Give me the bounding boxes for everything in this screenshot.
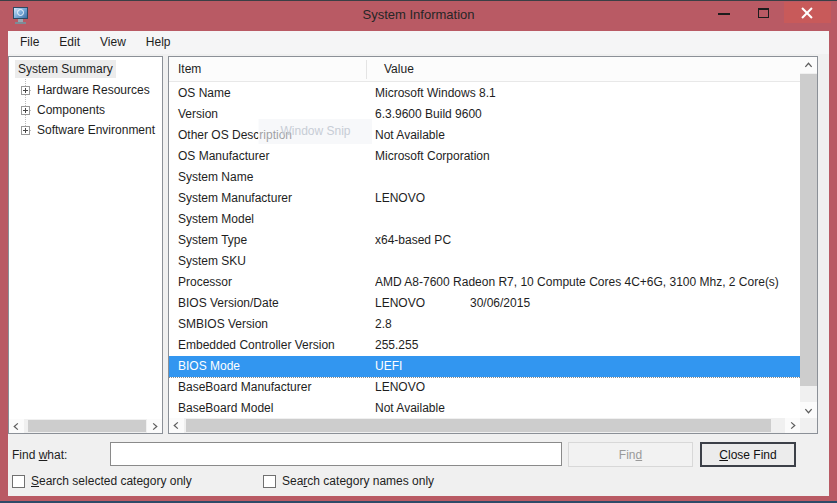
- column-header-value[interactable]: Value: [375, 57, 414, 81]
- column-header-item[interactable]: Item: [169, 57, 375, 81]
- row-value-cell: x64-based PC: [375, 230, 800, 251]
- chevron-left-icon[interactable]: [9, 419, 24, 433]
- list-row[interactable]: OS Name Microsoft Windows 8.1: [169, 83, 800, 104]
- list-row[interactable]: System Name: [169, 167, 800, 188]
- list-horizontal-scrollbar[interactable]: [169, 418, 800, 433]
- tree-item-label: Software Environment: [34, 121, 158, 139]
- row-value-cell: [375, 209, 800, 230]
- row-item-cell: BaseBoard Model: [169, 398, 375, 419]
- tree-item-components[interactable]: Components: [10, 101, 161, 119]
- scrollbar-thumb[interactable]: [28, 420, 146, 432]
- row-item-cell: System Name: [169, 167, 375, 188]
- row-value-cell: 2.8: [375, 314, 800, 335]
- row-item-cell: System SKU: [169, 251, 375, 272]
- chevron-right-icon[interactable]: [785, 418, 800, 433]
- row-value-cell: Not Available: [375, 125, 800, 146]
- tree-horizontal-scrollbar[interactable]: [9, 419, 162, 433]
- close-button[interactable]: [784, 2, 831, 23]
- row-value-cell: [375, 167, 800, 188]
- close-icon: [801, 7, 813, 19]
- menu-bar: FileEditViewHelp: [8, 31, 829, 54]
- row-value-cell: UEFI: [375, 356, 800, 377]
- minimize-icon: [718, 13, 730, 15]
- find-button[interactable]: Find: [568, 442, 693, 467]
- tree-item-label: Hardware Resources: [34, 81, 153, 99]
- title-bar: System Information: [0, 1, 837, 31]
- list-row[interactable]: System Manufacturer LENOVO: [169, 188, 800, 209]
- list-row[interactable]: BIOS Version/Date LENOVO30/06/2015: [169, 293, 800, 314]
- category-tree-pane: System SummaryHardware ResourcesComponen…: [8, 56, 163, 434]
- row-item-cell: OS Name: [169, 83, 375, 104]
- row-value-cell: LENOVO: [375, 188, 800, 209]
- row-value-cell: 6.3.9600 Build 9600: [375, 104, 800, 125]
- row-value-cell: [375, 251, 800, 272]
- tree-item-system-summary[interactable]: System Summary: [10, 60, 161, 78]
- list-row[interactable]: BIOS Mode UEFI: [169, 356, 800, 377]
- system-information-window: System Information FileEditViewHelp Syst…: [0, 0, 837, 503]
- chevron-right-icon[interactable]: [147, 419, 162, 433]
- search-selected-category-only-label: Search selected category only: [31, 474, 192, 489]
- maximize-button[interactable]: [746, 2, 782, 23]
- list-row[interactable]: System Model: [169, 209, 800, 230]
- row-item-cell: System Type: [169, 230, 375, 251]
- row-item-cell: System Manufacturer: [169, 188, 375, 209]
- row-item-cell: BIOS Version/Date: [169, 293, 375, 314]
- list-row[interactable]: BaseBoard Model Not Available: [169, 398, 800, 419]
- row-value-cell: Not Available: [375, 398, 800, 419]
- list-row[interactable]: OS Manufacturer Microsoft Corporation: [169, 146, 800, 167]
- row-item-cell: Version: [169, 104, 375, 125]
- row-value2-cell: 30/06/2015: [470, 293, 530, 314]
- tree-item-hardware-resources[interactable]: Hardware Resources: [10, 81, 161, 99]
- row-item-cell: BaseBoard Manufacturer: [169, 377, 375, 398]
- row-item-cell: OS Manufacturer: [169, 146, 375, 167]
- row-item-cell: BIOS Mode: [169, 356, 375, 377]
- row-value-cell: Microsoft Corporation: [375, 146, 800, 167]
- expand-plus-icon[interactable]: [21, 86, 30, 95]
- list-row[interactable]: Other OS Description Not Available: [169, 125, 800, 146]
- list-row[interactable]: System Type x64-based PC: [169, 230, 800, 251]
- row-value-cell: Microsoft Windows 8.1: [375, 83, 800, 104]
- tree-item-software-environment[interactable]: Software Environment: [10, 121, 161, 139]
- chevron-down-icon[interactable]: [800, 402, 817, 418]
- list-row[interactable]: SMBIOS Version 2.8: [169, 314, 800, 335]
- menu-item-file[interactable]: File: [10, 31, 49, 54]
- row-item-cell: System Model: [169, 209, 375, 230]
- row-item-cell: Other OS Description: [169, 125, 375, 146]
- row-item-cell: SMBIOS Version: [169, 314, 375, 335]
- chevron-left-icon[interactable]: [169, 418, 184, 433]
- expand-plus-icon[interactable]: [21, 126, 30, 135]
- find-what-input[interactable]: [110, 442, 562, 466]
- find-what-label: Find what:: [12, 448, 67, 462]
- list-row[interactable]: Version 6.3.9600 Build 9600: [169, 104, 800, 125]
- row-value-cell: 255.255: [375, 335, 800, 356]
- list-row[interactable]: Processor AMD A8-7600 Radeon R7, 10 Comp…: [169, 272, 800, 293]
- row-value-cell: LENOVO: [375, 377, 800, 398]
- minimize-button[interactable]: [706, 2, 742, 23]
- scrollbar-thumb[interactable]: [800, 74, 817, 386]
- maximize-icon: [758, 8, 769, 18]
- menu-item-help[interactable]: Help: [136, 31, 181, 54]
- menu-item-view[interactable]: View: [90, 31, 136, 54]
- expand-plus-icon[interactable]: [21, 106, 30, 115]
- row-item-cell: Embedded Controller Version: [169, 335, 375, 356]
- search-selected-category-only-checkbox[interactable]: [12, 475, 25, 488]
- chevron-up-icon[interactable]: [800, 57, 817, 73]
- list-row[interactable]: System SKU: [169, 251, 800, 272]
- list-vertical-scrollbar[interactable]: [800, 57, 817, 418]
- menu-item-edit[interactable]: Edit: [49, 31, 90, 54]
- list-row[interactable]: BaseBoard Manufacturer LENOVO: [169, 377, 800, 398]
- close-find-button[interactable]: Close Find: [700, 442, 796, 467]
- details-list-pane: Item Value OS Name Microsoft Windows 8.1…: [168, 56, 818, 434]
- row-value-cell: LENOVO30/06/2015: [375, 293, 800, 314]
- list-row[interactable]: Embedded Controller Version 255.255: [169, 335, 800, 356]
- search-category-names-only-label: Search category names only: [282, 474, 434, 489]
- column-divider[interactable]: [366, 60, 367, 79]
- scrollbar-corner: [800, 418, 817, 433]
- tree-item-label: Components: [34, 101, 108, 119]
- list-header[interactable]: Item Value: [169, 57, 800, 82]
- row-value-cell: AMD A8-7600 Radeon R7, 10 Compute Cores …: [375, 272, 800, 293]
- scrollbar-thumb[interactable]: [186, 419, 771, 432]
- tree-item-label: System Summary: [15, 60, 116, 78]
- row-item-cell: Processor: [169, 272, 375, 293]
- search-category-names-only-checkbox[interactable]: [263, 475, 276, 488]
